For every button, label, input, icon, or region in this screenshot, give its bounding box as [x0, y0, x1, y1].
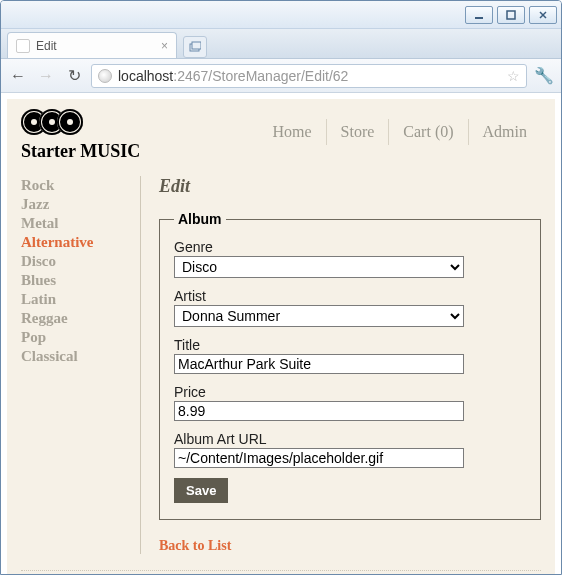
sidebar-genre-rock[interactable]: Rock: [21, 176, 128, 195]
footer-divider: [21, 570, 541, 571]
url-path: :2467/StoreManager/Edit/62: [173, 68, 348, 84]
sidebar-genre-classical[interactable]: Classical: [21, 347, 128, 366]
page-body: Starter MUSIC Home Store Cart (0) Admin …: [7, 99, 555, 574]
input-price[interactable]: [174, 401, 464, 421]
address-bar[interactable]: localhost:2467/StoreManager/Edit/62 ☆: [91, 64, 527, 88]
main-nav: Home Store Cart (0) Admin: [258, 119, 541, 145]
nav-store[interactable]: Store: [327, 119, 390, 145]
svg-rect-5: [192, 42, 201, 49]
back-to-list-link[interactable]: Back to List: [159, 538, 231, 554]
records-logo-icon: [21, 109, 140, 135]
bookmark-star-icon[interactable]: ☆: [507, 68, 520, 84]
window-close-button[interactable]: [529, 6, 557, 24]
site-logo-block: Starter MUSIC: [21, 109, 140, 162]
tab-close-icon[interactable]: ×: [161, 39, 168, 53]
page-favicon: [16, 39, 30, 53]
field-genre: Genre Disco: [174, 239, 526, 278]
label-arturl: Album Art URL: [174, 431, 526, 447]
tab-strip: Edit ×: [1, 29, 561, 59]
forward-button[interactable]: →: [35, 65, 57, 87]
sidebar-genre-blues[interactable]: Blues: [21, 271, 128, 290]
label-genre: Genre: [174, 239, 526, 255]
genre-sidebar: RockJazzMetalAlternativeDiscoBluesLatinR…: [21, 176, 141, 554]
sidebar-genre-metal[interactable]: Metal: [21, 214, 128, 233]
page-title: Edit: [159, 176, 541, 197]
select-genre[interactable]: Disco: [174, 256, 464, 278]
sidebar-genre-alternative[interactable]: Alternative: [21, 233, 128, 252]
columns: RockJazzMetalAlternativeDiscoBluesLatinR…: [21, 176, 541, 554]
fieldset-legend: Album: [174, 211, 226, 227]
label-title: Title: [174, 337, 526, 353]
site-title: Starter MUSIC: [21, 141, 140, 162]
sidebar-genre-reggae[interactable]: Reggae: [21, 309, 128, 328]
save-button[interactable]: Save: [174, 478, 228, 503]
input-title[interactable]: [174, 354, 464, 374]
field-arturl: Album Art URL: [174, 431, 526, 468]
new-tab-button[interactable]: [183, 36, 207, 58]
album-fieldset: Album Genre Disco Artist Donna Summer: [159, 211, 541, 520]
sidebar-genre-latin[interactable]: Latin: [21, 290, 128, 309]
back-button[interactable]: ←: [7, 65, 29, 87]
svg-rect-1: [507, 11, 515, 19]
tab-title: Edit: [36, 39, 57, 53]
sidebar-genre-pop[interactable]: Pop: [21, 328, 128, 347]
nav-admin[interactable]: Admin: [469, 119, 541, 145]
window-titlebar: [1, 1, 561, 29]
select-artist[interactable]: Donna Summer: [174, 305, 464, 327]
nav-cart[interactable]: Cart (0): [389, 119, 468, 145]
sidebar-genre-disco[interactable]: Disco: [21, 252, 128, 271]
nav-home[interactable]: Home: [258, 119, 326, 145]
field-artist: Artist Donna Summer: [174, 288, 526, 327]
content-area: Edit Album Genre Disco Artist: [141, 176, 541, 554]
field-title: Title: [174, 337, 526, 374]
sidebar-genre-jazz[interactable]: Jazz: [21, 195, 128, 214]
settings-wrench-icon[interactable]: 🔧: [533, 66, 555, 85]
page-header: Starter MUSIC Home Store Cart (0) Admin: [21, 109, 541, 162]
window-maximize-button[interactable]: [497, 6, 525, 24]
window-minimize-button[interactable]: [465, 6, 493, 24]
label-artist: Artist: [174, 288, 526, 304]
page-viewport: Starter MUSIC Home Store Cart (0) Admin …: [1, 93, 561, 574]
globe-icon: [98, 69, 112, 83]
label-price: Price: [174, 384, 526, 400]
browser-toolbar: ← → ↻ localhost:2467/StoreManager/Edit/6…: [1, 59, 561, 93]
field-price: Price: [174, 384, 526, 421]
browser-tab[interactable]: Edit ×: [7, 32, 177, 58]
url-host: localhost: [118, 68, 173, 84]
reload-button[interactable]: ↻: [63, 65, 85, 87]
input-arturl[interactable]: [174, 448, 464, 468]
browser-window: Edit × ← → ↻ localhost:2467/StoreManager…: [0, 0, 562, 575]
